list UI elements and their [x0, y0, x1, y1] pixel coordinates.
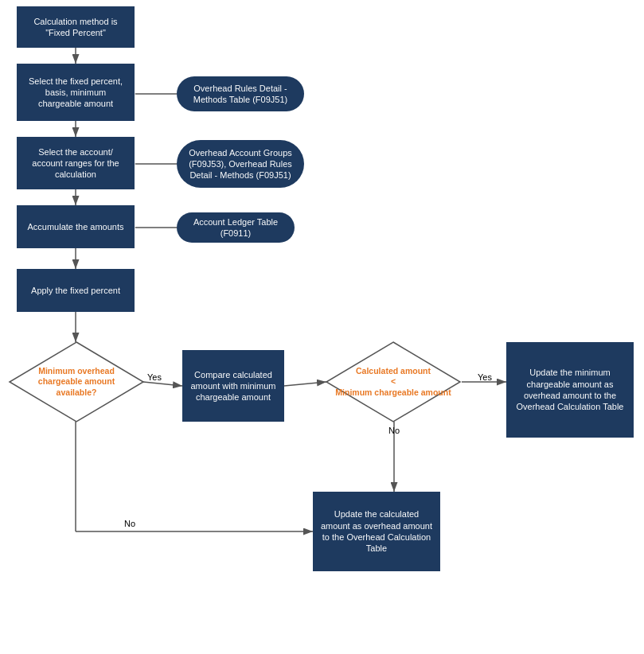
svg-line-10 [143, 382, 182, 386]
node-apply-fixed: Apply the fixed percent [17, 269, 135, 312]
label-yes1: Yes [147, 372, 162, 382]
flowchart: Calculation method is "Fixed Percent" Se… [0, 0, 644, 654]
node-diamond-min: Minimum overheadchargeable amountavailab… [8, 341, 145, 423]
label-yes2: Yes [478, 372, 492, 382]
node-compare: Compare calculated amount with minimum c… [182, 350, 284, 422]
label-no1: No [388, 426, 400, 435]
node-select-fixed: Select the fixed percent, basis, minimum… [17, 64, 135, 121]
node-diamond-calc: Calculated amount<Minimum chargeable amo… [325, 341, 462, 423]
node-update-calc: Update the calculated amount as overhead… [313, 492, 440, 571]
node-update-min: Update the minimum chargeable amount as … [506, 342, 634, 438]
label-no2: No [124, 519, 135, 528]
node-select-account: Select the account/ account ranges for t… [17, 137, 135, 189]
node-overhead-account: Overhead Account Groups (F09J53), Overhe… [177, 140, 304, 188]
node-start: Calculation method is "Fixed Percent" [17, 6, 135, 48]
node-overhead-rules-1: Overhead Rules Detail - Methods Table (F… [177, 76, 304, 111]
node-account-ledger: Account Ledger Table (F0911) [177, 212, 295, 243]
svg-line-11 [284, 382, 326, 386]
node-accumulate: Accumulate the amounts [17, 205, 135, 248]
